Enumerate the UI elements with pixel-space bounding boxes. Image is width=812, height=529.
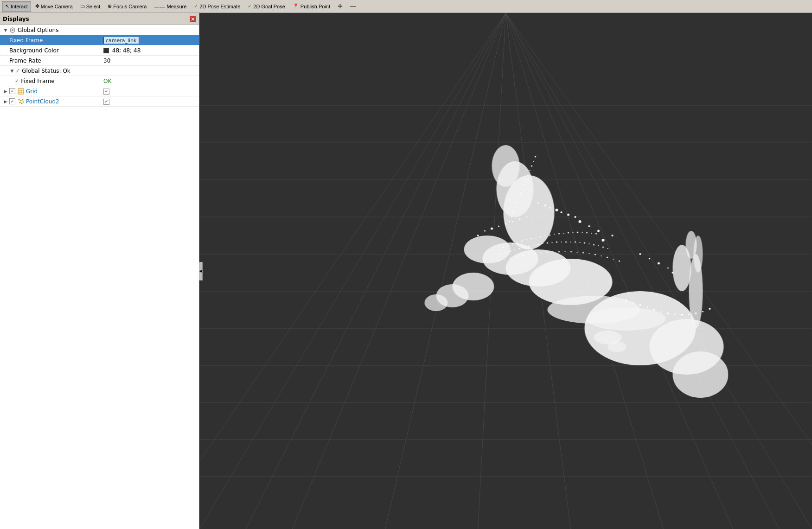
tree-row-fixed-frame[interactable]: Fixed Frame camera_link [0, 35, 199, 45]
pointcloud2-checkbox[interactable]: ✓ [9, 98, 15, 104]
svg-point-91 [540, 236, 541, 238]
svg-point-71 [519, 218, 521, 220]
svg-point-143 [589, 253, 590, 254]
measure-button[interactable]: —— Measure [151, 1, 190, 12]
svg-point-107 [515, 249, 516, 250]
goal-pose-icon: ✓ [248, 3, 252, 9]
select-icon: ▭ [80, 3, 85, 9]
svg-point-166 [639, 304, 641, 306]
svg-point-86 [517, 242, 518, 243]
crosshair-button[interactable]: ✛ [334, 1, 346, 12]
grid-label: Grid [26, 88, 38, 95]
svg-point-59 [567, 214, 569, 216]
svg-point-61 [556, 209, 558, 211]
svg-point-75 [658, 262, 660, 265]
collapse-panel-button[interactable]: ◀ [199, 262, 203, 280]
svg-point-105 [505, 252, 506, 253]
svg-point-171 [674, 314, 676, 315]
expand-global-status-icon[interactable]: ▼ [9, 69, 15, 73]
svg-point-90 [536, 237, 537, 238]
svg-point-151 [512, 212, 514, 213]
svg-point-45 [492, 145, 520, 187]
tree-cell-value-frame-rate[interactable]: 30 [101, 57, 199, 64]
svg-line-32 [246, 13, 506, 529]
svg-point-152 [515, 207, 516, 208]
svg-point-99 [577, 232, 578, 233]
svg-point-164 [626, 300, 627, 301]
zoom-minus-icon: — [350, 3, 356, 10]
svg-point-66 [484, 230, 486, 232]
svg-point-62 [549, 207, 551, 209]
svg-point-87 [521, 241, 523, 242]
svg-point-56 [588, 225, 590, 227]
svg-point-81 [694, 236, 703, 273]
svg-point-98 [573, 232, 574, 233]
global-options-label: Global Options [18, 27, 58, 33]
zoom-minus-button[interactable]: — [347, 1, 359, 12]
svg-point-77 [672, 272, 674, 274]
grid-icon [18, 88, 24, 95]
svg-point-122 [584, 242, 585, 244]
svg-point-149 [509, 221, 510, 223]
svg-point-144 [595, 254, 596, 255]
move-camera-button[interactable]: ✥ Move Camera [32, 1, 76, 12]
svg-point-106 [510, 251, 511, 252]
pointcloud2-value-checkbox[interactable]: ✓ [103, 99, 109, 105]
status-fixed-frame-check-icon: ✓ [15, 78, 19, 84]
tree-row-global-options[interactable]: ▼ Global Options [0, 25, 199, 35]
publish-point-button[interactable]: 📍 Publish Point [289, 1, 333, 12]
tree-cell-value-fixed-frame[interactable]: camera_link [101, 37, 199, 44]
svg-point-76 [667, 268, 669, 269]
fixed-frame-value[interactable]: camera_link [103, 37, 139, 44]
tree-row-global-status[interactable]: ▼ ✓ Global Status: Ok [0, 66, 199, 76]
svg-point-118 [565, 242, 567, 243]
pose-estimate-icon: ✓ [194, 3, 198, 9]
svg-point-135 [541, 252, 542, 253]
svg-point-94 [554, 234, 555, 235]
expand-pointcloud2-icon[interactable]: ▶ [3, 99, 8, 104]
pointcloud-layer [199, 13, 812, 529]
svg-line-24 [200, 13, 506, 529]
svg-point-109 [524, 247, 525, 248]
interact-button[interactable]: ↖ Interact [2, 1, 31, 12]
grid-value-checkbox[interactable]: ✓ [103, 89, 109, 95]
tree-row-background-color[interactable]: Background Color 48; 48; 48 [0, 45, 199, 56]
svg-point-110 [528, 246, 530, 247]
svg-point-54 [612, 235, 614, 236]
svg-point-128 [498, 261, 499, 262]
global-status-label: Global Status: Ok [22, 68, 70, 74]
tree-row-frame-rate[interactable]: Frame Rate 30 [0, 56, 199, 66]
svg-point-145 [601, 255, 602, 256]
svg-point-168 [653, 309, 655, 311]
focus-camera-button[interactable]: ⊕ Focus Camera [104, 1, 150, 12]
svg-point-136 [546, 252, 548, 253]
svg-point-79 [608, 341, 627, 352]
svg-point-169 [660, 312, 662, 313]
goal-pose-button[interactable]: ✓ 2D Goal Pose [244, 1, 288, 12]
grid-checkbox[interactable]: ✓ [9, 88, 15, 94]
select-button[interactable]: ▭ Select [77, 1, 104, 12]
svg-point-60 [561, 211, 563, 213]
tree-row-pointcloud2[interactable]: ▶ ✓ PointCloud2 ✓ [0, 96, 199, 107]
3d-viewport[interactable] [199, 13, 812, 529]
svg-point-100 [582, 232, 583, 233]
move-camera-icon: ✥ [35, 3, 39, 9]
expand-grid-icon[interactable]: ▶ [3, 89, 8, 94]
svg-point-113 [543, 243, 543, 244]
tree-cell-name-global-options: ▼ Global Options [2, 27, 101, 33]
tree-row-global-status-fixed-frame[interactable]: ✓ Fixed Frame OK [0, 76, 199, 86]
tree-cell-name-global-status: ▼ ✓ Global Status: Ok [2, 68, 101, 74]
publish-point-icon: 📍 [293, 3, 299, 9]
close-displays-button[interactable]: × [190, 16, 196, 22]
goal-pose-label: 2D Goal Pose [253, 4, 285, 9]
focus-camera-label: Focus Camera [113, 4, 147, 9]
tree-row-grid[interactable]: ▶ ✓ Grid ✓ [0, 86, 199, 96]
expand-global-options-icon[interactable]: ▼ [3, 28, 8, 32]
tree-panel[interactable]: ▼ Global Options Fixed Frame camera_link [0, 25, 199, 529]
svg-point-163 [535, 156, 536, 158]
tree-cell-value-background-color[interactable]: 48; 48; 48 [101, 47, 199, 54]
pose-estimate-button[interactable]: ✓ 2D Pose Estimate [191, 1, 243, 12]
svg-point-48 [425, 294, 448, 311]
svg-point-104 [500, 254, 502, 255]
svg-point-101 [586, 232, 588, 234]
